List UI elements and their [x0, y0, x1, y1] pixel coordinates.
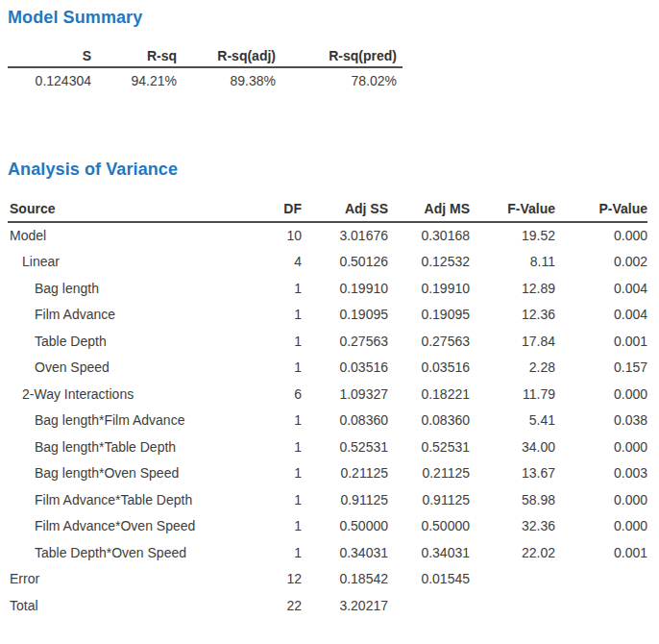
anova-heading: Analysis of Variance — [8, 158, 651, 181]
adj-ms-cell: 0.18221 — [388, 381, 470, 408]
adj-ms-cell: 0.52531 — [388, 433, 470, 460]
anova-table-row: Linear 4 0.50126 0.12532 8.11 0.002 — [8, 249, 647, 276]
col-header-rsq: R-sq — [91, 42, 177, 67]
adj-ss-cell: 3.20217 — [302, 592, 388, 619]
adj-ss-cell: 0.34031 — [302, 539, 388, 566]
anova-table-row: Bag length*Film Advance 1 0.08360 0.0836… — [8, 408, 647, 434]
source-cell: Total — [8, 592, 238, 619]
source-cell: Table Depth*Oven Speed — [8, 539, 238, 566]
adj-ms-cell: 0.50000 — [388, 513, 470, 540]
adj-ss-cell: 0.50000 — [302, 513, 388, 540]
adj-ss-cell: 0.21125 — [302, 460, 388, 487]
p-value-cell: 0.000 — [555, 381, 647, 408]
adj-ms-cell: 0.34031 — [388, 539, 470, 566]
adj-ms-cell: 0.01545 — [388, 566, 470, 593]
f-value-cell: 58.98 — [470, 486, 555, 513]
anova-table-row: 2-Way Interactions 6 1.09327 0.18221 11.… — [8, 381, 647, 408]
source-cell: 2-Way Interactions — [8, 381, 238, 408]
f-value-cell: 13.67 — [470, 460, 555, 487]
f-value-cell — [470, 592, 555, 619]
anova-table-row: Table Depth*Oven Speed 1 0.34031 0.34031… — [8, 539, 647, 566]
p-value-cell: 0.000 — [555, 222, 647, 249]
col-header-df: DF — [238, 193, 302, 222]
col-header-rsq-pred: R-sq(pred) — [276, 42, 403, 67]
source-cell: Bag length*Table Depth — [8, 433, 238, 460]
source-cell: Error — [8, 566, 238, 593]
f-value-cell: 32.36 — [470, 513, 555, 540]
source-cell: Model — [8, 222, 238, 249]
col-header-source: Source — [8, 193, 238, 222]
df-cell: 22 — [238, 592, 302, 619]
f-value-cell: 19.52 — [470, 222, 555, 249]
adj-ms-cell: 0.19910 — [388, 275, 470, 302]
p-value-cell: 0.157 — [555, 355, 647, 382]
adj-ms-cell: 0.08360 — [388, 408, 470, 434]
col-header-p-value: P-Value — [555, 193, 647, 222]
p-value-cell: 0.001 — [555, 539, 647, 566]
anova-header: Source DF Adj SS Adj MS F-Value P-Value — [8, 193, 647, 222]
adj-ms-cell: 0.91125 — [388, 486, 470, 513]
f-value-cell: 17.84 — [470, 328, 555, 355]
df-cell: 1 — [238, 355, 302, 382]
anova-table-row: Bag length*Oven Speed 1 0.21125 0.21125 … — [8, 460, 647, 487]
adj-ms-cell: 0.12532 — [388, 249, 470, 276]
anova-table-body: Model 10 3.01676 0.30168 19.52 0.000 Lin… — [8, 222, 647, 619]
adj-ms-cell: 0.03516 — [388, 355, 470, 382]
df-cell: 1 — [238, 302, 302, 329]
source-cell: Table Depth — [8, 328, 238, 355]
adj-ms-cell: 0.21125 — [388, 460, 470, 487]
adj-ss-cell: 0.19095 — [302, 302, 388, 329]
anova-table-row: Film Advance*Oven Speed 1 0.50000 0.5000… — [8, 513, 647, 540]
df-cell: 1 — [238, 433, 302, 460]
adj-ss-cell: 0.52531 — [302, 433, 388, 460]
adj-ss-cell: 0.08360 — [302, 408, 388, 434]
model-summary-heading: Model Summary — [8, 6, 651, 29]
source-cell: Bag length*Oven Speed — [8, 460, 238, 487]
df-cell: 1 — [238, 328, 302, 355]
anova-table-row: Total 22 3.20217 — [8, 592, 647, 619]
p-value-cell: 0.004 — [555, 275, 647, 302]
p-value-cell: 0.001 — [555, 328, 647, 355]
adj-ss-cell: 0.27563 — [302, 328, 388, 355]
source-cell: Bag length — [8, 275, 238, 302]
adj-ms-cell — [388, 592, 470, 619]
col-header-adj-ss: Adj SS — [302, 193, 388, 222]
adj-ss-cell: 0.18542 — [302, 566, 388, 593]
df-cell: 1 — [238, 460, 302, 487]
rsq-value: 94.21% — [91, 67, 177, 93]
df-cell: 6 — [238, 381, 302, 408]
anova-table-row: Oven Speed 1 0.03516 0.03516 2.28 0.157 — [8, 355, 647, 382]
df-cell: 1 — [238, 275, 302, 302]
adj-ss-cell: 1.09327 — [302, 381, 388, 408]
source-cell: Film Advance*Oven Speed — [8, 513, 238, 540]
f-value-cell: 8.11 — [470, 249, 555, 276]
adj-ss-cell: 0.03516 — [302, 355, 388, 382]
p-value-cell — [555, 592, 647, 619]
source-cell: Film Advance — [8, 302, 238, 329]
f-value-cell: 11.79 — [470, 381, 555, 408]
output-pane: Model Summary S R-sq R-sq(adj) R-sq(pred… — [0, 0, 659, 619]
model-summary-values-row: 0.124304 94.21% 89.38% 78.02% — [8, 67, 403, 93]
anova-header-row: Source DF Adj SS Adj MS F-Value P-Value — [8, 193, 647, 222]
col-header-f-value: F-Value — [470, 193, 555, 222]
p-value-cell: 0.000 — [555, 486, 647, 513]
col-header-rsq-adj: R-sq(adj) — [177, 42, 276, 67]
anova-table-row: Bag length 1 0.19910 0.19910 12.89 0.004 — [8, 275, 647, 302]
rsq-adj-value: 89.38% — [177, 67, 276, 93]
anova-table-row: Film Advance 1 0.19095 0.19095 12.36 0.0… — [8, 302, 647, 329]
df-cell: 1 — [238, 408, 302, 434]
model-summary-body: 0.124304 94.21% 89.38% 78.02% — [8, 67, 403, 93]
col-header-adj-ms: Adj MS — [388, 193, 470, 222]
adj-ss-cell: 3.01676 — [302, 222, 388, 249]
df-cell: 4 — [238, 249, 302, 276]
anova-table-row: Error 12 0.18542 0.01545 — [8, 566, 647, 593]
adj-ms-cell: 0.27563 — [388, 328, 470, 355]
anova-table-row: Model 10 3.01676 0.30168 19.52 0.000 — [8, 222, 647, 249]
model-summary-header: S R-sq R-sq(adj) R-sq(pred) — [8, 42, 403, 67]
f-value-cell — [470, 566, 555, 593]
df-cell: 1 — [238, 539, 302, 566]
p-value-cell: 0.038 — [555, 408, 647, 434]
f-value-cell: 2.28 — [470, 355, 555, 382]
df-cell: 1 — [238, 513, 302, 540]
adj-ss-cell: 0.19910 — [302, 275, 388, 302]
